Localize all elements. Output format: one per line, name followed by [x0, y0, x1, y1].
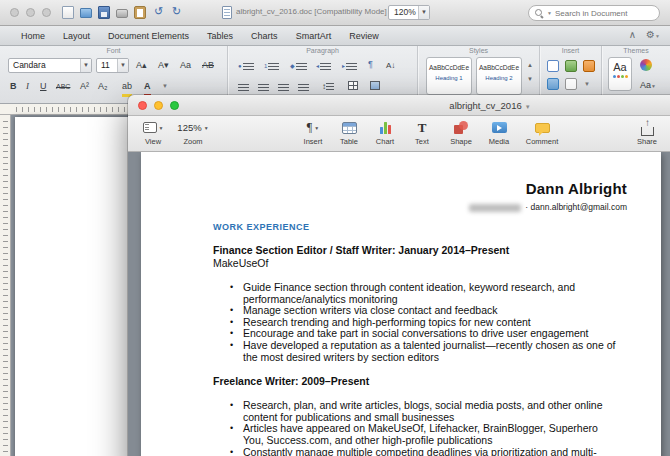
- ribbon-tab[interactable]: Review: [340, 27, 388, 45]
- styles-scroll-up-icon[interactable]: ▲: [527, 58, 533, 73]
- phone-redacted: [469, 204, 521, 212]
- grow-font-button[interactable]: A▴: [136, 58, 147, 73]
- font-group-label: Font: [0, 47, 227, 54]
- view-button[interactable]: ▼ View: [136, 119, 170, 146]
- text-button[interactable]: T Text: [408, 119, 436, 146]
- collapse-ribbon-icon[interactable]: ∧: [629, 29, 636, 40]
- text-box-icon[interactable]: [547, 60, 559, 72]
- styles-scroll-down-icon[interactable]: ▼: [527, 72, 533, 87]
- theme-fonts-icon[interactable]: Aa▼: [640, 78, 656, 94]
- search-options-chevron-icon[interactable]: ▼: [547, 10, 552, 16]
- chevron-down-icon: ▼: [314, 125, 319, 131]
- new-document-icon[interactable]: [62, 6, 74, 19]
- resume-name: Dann Albright: [213, 180, 627, 197]
- insert-button[interactable]: ¶▼ Insert: [298, 119, 328, 146]
- chart-insert-icon[interactable]: [547, 78, 559, 90]
- clear-formatting-button[interactable]: AB: [202, 58, 214, 73]
- save-icon[interactable]: [98, 6, 110, 19]
- shrink-font-button[interactable]: A▾: [158, 58, 169, 73]
- word-titlebar[interactable]: ↺ ↻ albright_cv_2016.doc [Compatibility …: [0, 0, 670, 26]
- zoom-window-icon[interactable]: [42, 8, 51, 17]
- job2-title: Freelance Writer: 2009–Present: [213, 375, 627, 387]
- superscript-button[interactable]: A²: [80, 79, 89, 94]
- chevron-down-icon: ▼: [159, 125, 164, 131]
- bold-button[interactable]: B: [10, 79, 17, 94]
- theme-colors-dots: [609, 75, 631, 78]
- chart-button[interactable]: Chart: [370, 119, 400, 146]
- line-spacing-button[interactable]: ↕: [322, 79, 334, 94]
- underline-button[interactable]: U: [40, 79, 47, 94]
- table-insert-icon[interactable]: [565, 78, 577, 90]
- chevron-down-icon: ▼: [418, 6, 429, 19]
- word-window-title: albright_cv_2016.doc [Compatibility Mode…: [236, 7, 387, 16]
- increase-indent-button[interactable]: ▸: [342, 59, 357, 74]
- document-proxy-icon[interactable]: [222, 6, 232, 19]
- picture-icon[interactable]: [565, 60, 577, 72]
- ribbon-tab[interactable]: SmartArt: [287, 27, 341, 45]
- align-left-button[interactable]: [238, 80, 249, 95]
- theme-colors-icon[interactable]: [640, 59, 652, 76]
- resume-contact-line: · dann.albright@gmail.com: [213, 202, 627, 212]
- bullet-item: Have developed a reputation as a talente…: [229, 340, 621, 363]
- ribbon-tab[interactable]: Tables: [198, 27, 242, 45]
- bullet-list-button[interactable]: ●: [238, 59, 254, 74]
- font-name-combo[interactable]: Candara ▼: [8, 58, 92, 73]
- themes-gallery-button[interactable]: Aa: [608, 57, 632, 91]
- zoom-control[interactable]: 120% ▼: [388, 5, 430, 20]
- decrease-indent-button[interactable]: ◂: [316, 59, 331, 74]
- chevron-down-icon[interactable]: ▼: [584, 77, 590, 92]
- redo-icon[interactable]: ↻: [172, 5, 181, 18]
- shading-button[interactable]: [370, 80, 380, 95]
- show-paragraph-marks-button[interactable]: ¶: [368, 57, 373, 72]
- font-size-combo[interactable]: 11 ▼: [96, 58, 129, 73]
- highlight-button[interactable]: ab: [122, 79, 132, 97]
- sort-button[interactable]: A↓: [386, 58, 395, 73]
- close-icon[interactable]: [10, 8, 19, 17]
- print-icon[interactable]: [116, 9, 128, 18]
- paragraph-group-label: Paragraph: [228, 47, 417, 54]
- zoom-button[interactable]: 125%▼ Zoom: [174, 119, 212, 146]
- insert-icon: ¶: [307, 120, 312, 135]
- media-button[interactable]: Media: [484, 119, 514, 146]
- comment-button[interactable]: Comment: [522, 119, 562, 146]
- shapes-icon[interactable]: [583, 60, 595, 72]
- vertical-ruler[interactable]: [0, 115, 11, 456]
- borders-button[interactable]: [348, 80, 358, 95]
- numbered-list-button[interactable]: 1: [264, 59, 279, 74]
- undo-icon[interactable]: ↺: [154, 5, 163, 18]
- media-icon: [492, 122, 507, 133]
- shape-button[interactable]: Shape: [446, 119, 476, 146]
- share-button[interactable]: Share: [630, 119, 664, 146]
- ribbon-tab[interactable]: Document Elements: [99, 27, 198, 45]
- ribbon-tab[interactable]: Layout: [54, 27, 99, 45]
- gear-icon[interactable]: ⚙▼: [646, 29, 660, 40]
- table-button[interactable]: Table: [334, 119, 364, 146]
- chevron-down-icon[interactable]: ▼: [162, 79, 168, 94]
- title-chevron-icon[interactable]: ▼: [525, 104, 531, 110]
- ribbon-tab[interactable]: Charts: [242, 27, 287, 45]
- align-right-button[interactable]: [278, 80, 289, 95]
- pages-titlebar[interactable]: albright_cv_2016▼: [128, 95, 670, 116]
- search-input[interactable]: [555, 9, 655, 18]
- style-thumbnail-heading2[interactable]: AaBbCcDdEe Heading 2: [476, 57, 522, 95]
- align-center-button[interactable]: [258, 80, 269, 95]
- justify-button[interactable]: [298, 80, 309, 95]
- multilevel-list-button[interactable]: ◆: [290, 59, 307, 74]
- ribbon-tabs: HomeLayoutDocument ElementsTablesChartsS…: [12, 27, 388, 45]
- pages-document-page[interactable]: Dann Albright · dann.albright@gmail.com …: [141, 152, 661, 456]
- style-thumbnail-heading1[interactable]: AaBbCcDdEe Heading 1: [426, 57, 472, 95]
- italic-button[interactable]: I: [26, 79, 29, 94]
- ribbon-tab[interactable]: Home: [12, 27, 54, 45]
- strikethrough-button[interactable]: ABC: [56, 79, 70, 94]
- job1-organization: MakeUseOf: [213, 257, 627, 269]
- subscript-button[interactable]: A₂: [98, 79, 108, 94]
- pages-document-area[interactable]: Dann Albright · dann.albright@gmail.com …: [128, 152, 670, 456]
- paste-icon[interactable]: [134, 6, 146, 19]
- bullet-item: Articles have appeared on MakeUseOf, Lif…: [229, 423, 621, 446]
- minimize-icon[interactable]: [26, 8, 35, 17]
- resume-email: · dann.albright@gmail.com: [525, 202, 627, 212]
- change-case-button[interactable]: Aa: [180, 58, 191, 73]
- open-icon[interactable]: [80, 8, 92, 18]
- font-size-value: 11: [101, 60, 110, 70]
- search-field[interactable]: ▼: [528, 5, 660, 21]
